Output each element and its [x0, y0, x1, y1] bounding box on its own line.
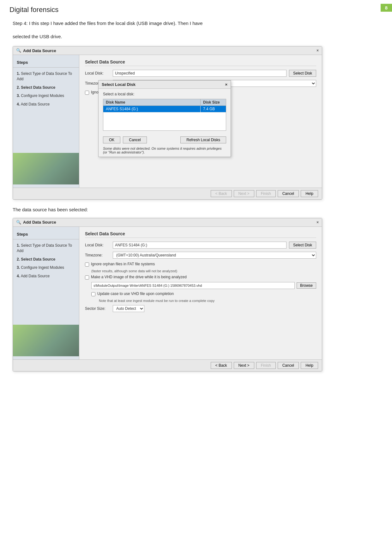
dialog2-update-vhd-sub: Note that at least one ingest module mus… — [99, 299, 316, 303]
dialog1-titlebar: 🔍 Add Data Source × — [13, 46, 322, 55]
dialog2-step-2: 2. Select Data Source — [13, 255, 79, 264]
subdialog-ok-btn[interactable]: OK — [103, 136, 120, 143]
dialog2-timezone-select[interactable]: (GMT+10:00) Australia/Queensland — [113, 252, 316, 259]
subdialog-close-icon[interactable]: × — [225, 82, 227, 87]
subdialog-cancel-btn[interactable]: Cancel — [123, 136, 147, 143]
col-disk-size-header: Disk Size — [201, 99, 226, 105]
dialog1-step-3: 3. Configure Ingest Modules — [13, 92, 79, 100]
disk-name-cell: ANFES S1484 (G:) — [103, 106, 201, 112]
select-local-disk-subdialog: Select Local Disk × Select a local disk:… — [98, 80, 231, 157]
dialog2-main: Select Data Source Local Disk: Select Di… — [79, 227, 322, 359]
dialog1-app-icon: 🔍 — [16, 48, 21, 53]
dialog1-cancel-btn[interactable]: Cancel — [278, 190, 299, 197]
dialog1-finish-btn[interactable]: Finish — [256, 190, 276, 197]
disk-size-cell: 7.4 GB — [201, 106, 226, 112]
page-header: Digital forensics — [0, 0, 392, 14]
dialog2-step-1: 1. Select Type of Data Source To Add — [13, 241, 79, 255]
dialog2-step-4: 4. Add Data Source — [13, 272, 79, 280]
dialog2-local-disk-input[interactable] — [113, 242, 286, 249]
dialog2-titlebar: 🔍 Add Data Source × — [13, 218, 322, 227]
add-data-source-dialog-1: 🔍 Add Data Source × Steps 1. Select Type… — [13, 46, 322, 200]
subdialog-refresh-btn[interactable]: Refresh Local Disks — [180, 136, 226, 143]
dialog2-finish-btn[interactable]: Finish — [256, 362, 276, 369]
dialog1-steps-title: Steps — [13, 58, 79, 68]
dialog2-vhd-label: Make a VHD image of the drive while it i… — [91, 275, 187, 279]
local-disk-input[interactable] — [113, 70, 286, 77]
col-disk-name-header: Disk Name — [103, 99, 201, 105]
dialog2-update-vhd-checkbox[interactable] — [91, 292, 95, 296]
dialog2-sector-select[interactable]: Auto Detect — [113, 305, 144, 312]
dialog2-back-btn[interactable]: < Back — [211, 362, 232, 369]
dialog1-back-btn[interactable]: < Back — [211, 190, 232, 197]
dialog1-next-btn[interactable]: Next > — [234, 190, 254, 197]
select-disk-button-1[interactable]: Select Disk — [289, 70, 316, 77]
select-disk-button-2[interactable]: Select Disk — [289, 242, 316, 249]
add-data-source-dialog-2: 🔍 Add Data Source × Steps 1. Select Type… — [13, 218, 322, 371]
data-source-selected-desc: The data source has been selected: — [13, 206, 379, 214]
step4-description-line2: selected the USB drive. — [13, 33, 379, 40]
dialog2-step-3: 3. Configure Ingest Modules — [13, 263, 79, 272]
dialog2-vhd-checkbox[interactable] — [85, 275, 89, 280]
dialog1-section-title: Select Data Source — [85, 59, 316, 66]
dialog2-ignore-orphan-checkbox[interactable] — [85, 262, 89, 267]
subdialog-titlebar: Select Local Disk × — [99, 81, 231, 89]
dialog2-help-btn[interactable]: Help — [301, 362, 318, 369]
subdialog-select-label: Select a local disk: — [103, 92, 226, 96]
dialog2-timezone-label: Timezone: — [85, 253, 110, 257]
dialog1-close-icon[interactable]: × — [317, 48, 319, 53]
subdialog-warning: Some disks were not detected. On some sy… — [99, 146, 231, 157]
dialog2-close-icon[interactable]: × — [317, 220, 319, 225]
dialog2-steps-title: Steps — [13, 230, 79, 239]
page-number-badge: 8 — [381, 4, 392, 12]
dialog1-main: Select Data Source Local Disk: Select Di… — [79, 55, 322, 188]
subdialog-title: Select Local Disk — [102, 82, 136, 87]
dialog2-next-btn[interactable]: Next > — [234, 362, 254, 369]
ignore-orphan-checkbox-1[interactable] — [85, 91, 89, 95]
dialog1-step-2: 2. Select Data Source — [13, 83, 79, 92]
dialog2-title: Add Data Source — [23, 220, 56, 225]
dialog1-help-btn[interactable]: Help — [301, 190, 318, 197]
dialog1-step-1: 1. Select Type of Data Source To Add — [13, 69, 79, 83]
local-disk-label: Local Disk: — [85, 71, 110, 75]
dialog1-step-4: 4. Add Data Source — [13, 100, 79, 109]
dialog2-local-disk-label: Local Disk: — [85, 243, 110, 247]
dialog2-cancel-btn[interactable]: Cancel — [278, 362, 299, 369]
dialog1-title: Add Data Source — [23, 48, 56, 53]
dialog2-sector-label: Sector Size: — [85, 306, 110, 311]
dialog2-steps-panel: Steps 1. Select Type of Data Source To A… — [13, 227, 79, 359]
dialog2-vhd-path-input[interactable] — [91, 282, 295, 289]
dialog2-section-title: Select Data Source — [85, 231, 316, 238]
dialog2-browse-btn[interactable]: Browse — [297, 282, 316, 289]
dialog2-ignore-orphan-sub: (faster results, although some data will… — [91, 269, 316, 273]
dialog2-app-icon: 🔍 — [16, 220, 21, 225]
dialog2-ignore-orphan-label: Ignore orphan files in FAT file systems — [91, 262, 155, 266]
step4-description-line1: Step 4: I this step I have added the fil… — [13, 20, 379, 27]
dialog2-update-vhd-label: Update case to use VHD file upon complet… — [97, 292, 174, 296]
disk-row-1[interactable]: ANFES S1484 (G:) 7.4 GB — [103, 106, 226, 112]
dialog1-steps-panel: Steps 1. Select Type of Data Source To A… — [13, 55, 79, 188]
